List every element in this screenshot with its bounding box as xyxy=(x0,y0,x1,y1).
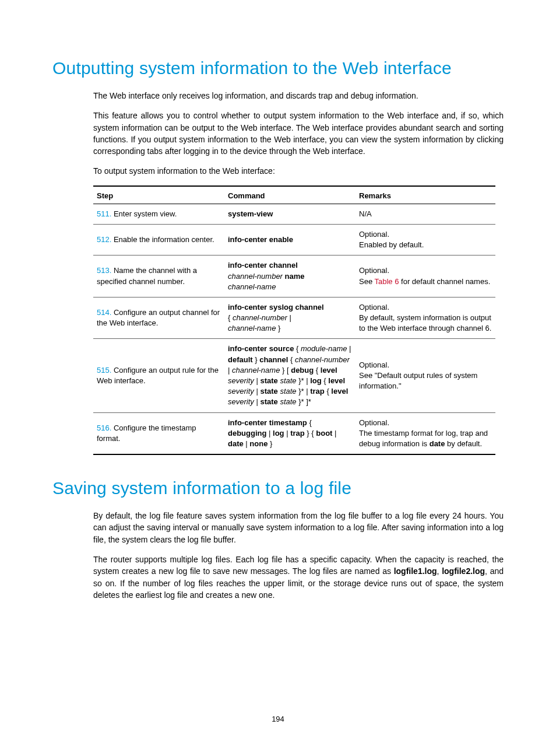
step-cell: 514. Configure an output channel for the… xyxy=(93,297,224,339)
step-cell: 513. Name the channel with a specified c… xyxy=(93,256,224,298)
remarks-cell: N/A xyxy=(356,204,495,224)
table-row: 515. Configure an output rule for the We… xyxy=(93,339,495,412)
page-number: 194 xyxy=(0,715,556,723)
step-cell: 515. Configure an output rule for the We… xyxy=(93,339,224,412)
section1-para1: The Web interface only receives log info… xyxy=(93,90,504,102)
page: Outputting system information to the Web… xyxy=(0,0,556,756)
step-cell: 511. Enter system view. xyxy=(93,204,224,224)
remarks-cell: Optional.The timestamp format for log, t… xyxy=(356,412,495,454)
command-cell: info-center timestamp { debugging | log … xyxy=(224,412,356,454)
remarks-cell: Optional.See "Default output rules of sy… xyxy=(356,339,495,412)
command-cell: info-center source { module-name | defau… xyxy=(224,339,356,412)
command-cell: info-center syslog channel{ channel-numb… xyxy=(224,297,356,339)
step-cell: 516. Configure the timestamp format. xyxy=(93,412,224,454)
command-table: Step Command Remarks 511. Enter system v… xyxy=(93,186,495,455)
command-table-body: 511. Enter system view.system-viewN/A512… xyxy=(93,204,495,454)
table-row: 516. Configure the timestamp format.info… xyxy=(93,412,495,454)
section1-para3: To output system information to the Web … xyxy=(93,165,504,177)
section2-title: Saving system information to a log file xyxy=(52,478,504,498)
section2-body: By default, the log file feature saves s… xyxy=(93,510,504,601)
remarks-cell: Optional.See Table 6 for default channel… xyxy=(356,256,495,298)
section1-body: The Web interface only receives log info… xyxy=(93,90,504,177)
section1-para2: This feature allows you to control wheth… xyxy=(93,110,504,157)
section2-para1: By default, the log file feature saves s… xyxy=(93,510,504,545)
th-step: Step xyxy=(93,186,224,204)
section2-para2: The router supports multiple log files. … xyxy=(93,554,504,601)
command-cell: info-center enable xyxy=(224,224,356,255)
command-cell: system-view xyxy=(224,204,356,224)
remarks-cell: Optional.By default, system information … xyxy=(356,297,495,339)
th-command: Command xyxy=(224,186,356,204)
table-row: 514. Configure an output channel for the… xyxy=(93,297,495,339)
table-row: 512. Enable the information center.info-… xyxy=(93,224,495,255)
table-row: 511. Enter system view.system-viewN/A xyxy=(93,204,495,224)
th-remarks: Remarks xyxy=(356,186,495,204)
section1-title: Outputting system information to the Web… xyxy=(52,58,504,78)
remarks-cell: Optional.Enabled by default. xyxy=(356,224,495,255)
table-row: 513. Name the channel with a specified c… xyxy=(93,256,495,298)
step-cell: 512. Enable the information center. xyxy=(93,224,224,255)
command-cell: info-center channelchannel-number namech… xyxy=(224,256,356,298)
